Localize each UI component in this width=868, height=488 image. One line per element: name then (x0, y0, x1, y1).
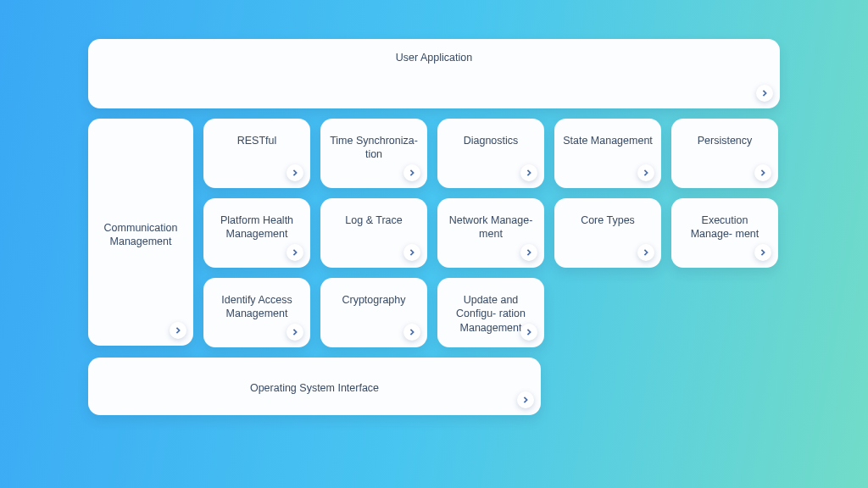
card-update-configuration-management[interactable]: Update and Configu- ration Management (437, 278, 544, 347)
chevron-right-icon[interactable] (520, 244, 537, 261)
chevron-right-icon[interactable] (287, 324, 303, 341)
card-log-trace[interactable]: Log & Trace (320, 198, 427, 268)
chevron-right-icon[interactable] (403, 244, 420, 261)
chevron-right-icon[interactable] (754, 164, 771, 181)
card-label: Log & Trace (345, 214, 402, 227)
chevron-right-icon[interactable] (170, 322, 186, 339)
module-grid: RESTful Time Synchroniza- tion Diagnosti… (203, 119, 780, 347)
card-label: Platform Health Management (212, 214, 302, 241)
chevron-right-icon[interactable] (520, 164, 537, 181)
chevron-right-icon[interactable] (403, 324, 420, 341)
card-platform-health-management[interactable]: Platform Health Management (203, 198, 310, 268)
chevron-right-icon[interactable] (754, 244, 771, 261)
card-operating-system-interface[interactable]: Operating System Interface (88, 358, 541, 415)
card-state-management[interactable]: State Management (554, 119, 661, 188)
card-label: User Application (396, 51, 472, 64)
card-network-management[interactable]: Network Manage- ment (437, 198, 544, 268)
card-label: Execution Manage- ment (680, 214, 770, 241)
card-label: Persistency (698, 134, 753, 147)
chevron-right-icon[interactable] (520, 324, 537, 341)
card-label: Operating System Interface (250, 381, 379, 395)
card-label: Time Synchroniza- tion (329, 134, 419, 162)
chevron-right-icon[interactable] (287, 164, 303, 181)
card-core-types[interactable]: Core Types (554, 198, 661, 268)
card-diagnostics[interactable]: Diagnostics (437, 119, 544, 188)
diagram-container: User Application Communication Managemen… (88, 39, 780, 415)
middle-area: Communication Management RESTful Time Sy… (88, 119, 780, 347)
card-cryptography[interactable]: Cryptography (320, 278, 427, 347)
card-label: Core Types (581, 214, 635, 227)
card-time-synchronization[interactable]: Time Synchroniza- tion (320, 119, 427, 188)
card-execution-management[interactable]: Execution Manage- ment (671, 198, 778, 268)
card-label: Network Manage- ment (446, 214, 536, 241)
chevron-right-icon[interactable] (287, 244, 303, 261)
chevron-right-icon[interactable] (637, 244, 654, 261)
card-restful[interactable]: RESTful (203, 119, 310, 188)
card-label: RESTful (237, 134, 277, 147)
card-label: State Management (563, 134, 653, 147)
card-persistency[interactable]: Persistency (671, 119, 778, 188)
chevron-right-icon[interactable] (403, 164, 420, 181)
card-communication-management[interactable]: Communication Management (88, 119, 193, 346)
card-user-application[interactable]: User Application (88, 39, 780, 108)
card-label: Diagnostics (464, 134, 519, 147)
card-identify-access-management[interactable]: Identify Access Management (203, 278, 310, 347)
chevron-right-icon[interactable] (517, 391, 534, 408)
card-label: Identify Access Management (212, 293, 302, 321)
card-label: Communication Management (97, 221, 185, 249)
card-label: Cryptography (342, 293, 405, 307)
chevron-right-icon[interactable] (637, 164, 654, 181)
chevron-right-icon[interactable] (756, 85, 773, 102)
